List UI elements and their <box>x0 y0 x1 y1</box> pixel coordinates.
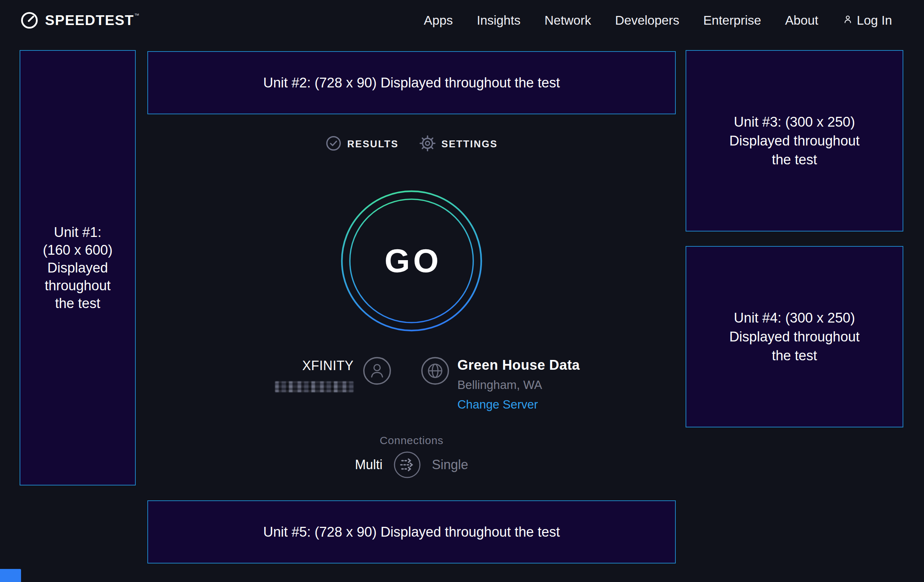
speedtest-logo[interactable]: SPEEDTEST™ <box>20 10 140 31</box>
person-icon <box>842 13 853 28</box>
connections-label: Connections <box>147 434 676 447</box>
person-icon <box>363 357 391 386</box>
ad-unit-4-text: Unit #4: (300 x 250) Displayed throughou… <box>729 308 860 365</box>
server-location: Bellingham, WA <box>457 378 579 392</box>
isp-info: XFINITY <box>275 357 391 392</box>
tab-settings[interactable]: SETTINGS <box>419 135 498 153</box>
tab-results[interactable]: RESULTS <box>325 135 399 153</box>
isp-name: XFINITY <box>275 358 353 373</box>
connections-single-option[interactable]: Single <box>432 457 468 472</box>
go-button-label: GO <box>341 190 482 331</box>
nav-item-about[interactable]: About <box>785 13 818 28</box>
nav-item-network[interactable]: Network <box>544 13 591 28</box>
logo-text: SPEEDTEST™ <box>45 10 140 31</box>
trademark-mark: ™ <box>134 12 140 18</box>
results-settings-tabs: RESULTS SETTINGS <box>147 135 676 153</box>
ad-unit-4[interactable]: Unit #4: (300 x 250) Displayed throughou… <box>686 246 903 427</box>
tab-settings-label: SETTINGS <box>441 138 498 150</box>
ad-unit-1[interactable]: Unit #1: (160 x 600) Displayed throughou… <box>20 50 136 485</box>
nav-item-developers[interactable]: Developers <box>615 13 680 28</box>
connection-info-row: XFINITY Green House Data Bellingham, WA … <box>163 357 692 411</box>
login-label: Log In <box>857 13 892 28</box>
tab-results-label: RESULTS <box>347 138 399 150</box>
connections-multi-option[interactable]: Multi <box>355 457 383 472</box>
ad-unit-3[interactable]: Unit #3: (300 x 250) Displayed throughou… <box>686 50 903 231</box>
go-button[interactable]: GO <box>341 190 482 331</box>
speedometer-icon <box>20 10 39 30</box>
main-nav: Apps Insights Network Developers Enterpr… <box>424 13 892 28</box>
nav-item-insights[interactable]: Insights <box>477 13 521 28</box>
multi-arrows-icon[interactable] <box>393 451 421 478</box>
check-circle-icon <box>325 135 342 153</box>
top-nav-bar: SPEEDTEST™ Apps Insights Network Develop… <box>0 0 924 41</box>
ad-unit-1-text: Unit #1: (160 x 600) Displayed throughou… <box>43 224 112 312</box>
globe-icon <box>421 357 449 386</box>
server-name: Green House Data <box>457 358 579 373</box>
connections-toggle-row: Multi Single <box>147 451 676 478</box>
server-info: Green House Data Bellingham, WA Change S… <box>421 357 579 411</box>
bottom-left-partial-element[interactable] <box>0 569 21 582</box>
gear-icon <box>419 135 436 153</box>
ad-unit-2-text: Unit #2: (728 x 90) Displayed throughout… <box>263 74 559 92</box>
login-button[interactable]: Log In <box>842 13 892 28</box>
ad-unit-3-text: Unit #3: (300 x 250) Displayed throughou… <box>729 112 860 169</box>
isp-detail-redacted <box>275 381 353 392</box>
nav-item-apps[interactable]: Apps <box>424 13 453 28</box>
nav-item-enterprise[interactable]: Enterprise <box>703 13 761 28</box>
ad-unit-5[interactable]: Unit #5: (728 x 90) Displayed throughout… <box>147 500 676 564</box>
ad-unit-2[interactable]: Unit #2: (728 x 90) Displayed throughout… <box>147 51 676 114</box>
change-server-link[interactable]: Change Server <box>457 398 579 411</box>
ad-unit-5-text: Unit #5: (728 x 90) Displayed throughout… <box>263 523 559 541</box>
